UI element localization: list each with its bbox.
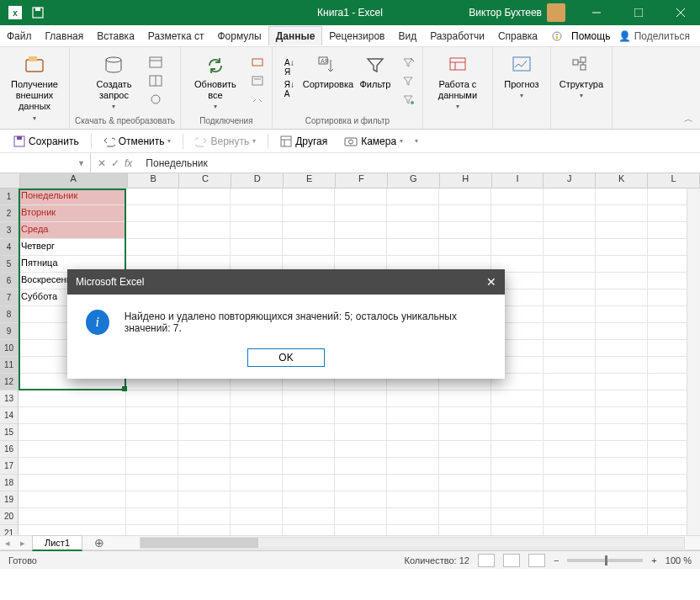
advanced-filter-button[interactable] <box>399 91 417 108</box>
cell[interactable] <box>544 475 596 491</box>
redo-button[interactable]: Вернуть ▾ <box>190 134 261 149</box>
cell[interactable] <box>283 508 335 525</box>
connections-button[interactable] <box>248 54 267 71</box>
cell[interactable] <box>491 390 544 407</box>
cell[interactable] <box>335 525 387 535</box>
cell[interactable] <box>544 256 596 273</box>
cell[interactable] <box>126 239 178 256</box>
cell[interactable] <box>126 508 178 525</box>
cell[interactable] <box>544 508 596 525</box>
cell[interactable] <box>387 475 439 491</box>
cell[interactable] <box>126 441 178 458</box>
cell[interactable] <box>596 424 648 441</box>
col-header-h[interactable]: H <box>440 173 492 188</box>
cell[interactable] <box>491 491 544 508</box>
cell[interactable] <box>231 390 283 407</box>
cell[interactable] <box>231 407 283 424</box>
sheet-nav-prev[interactable]: ◂ <box>0 538 15 549</box>
cell[interactable] <box>439 491 491 508</box>
share-button[interactable]: 👤 Поделиться <box>618 30 690 42</box>
cell[interactable] <box>387 188 439 205</box>
row-header[interactable]: 15 <box>0 424 19 441</box>
view-normal-button[interactable] <box>478 554 495 567</box>
cell[interactable] <box>491 188 544 205</box>
get-external-data-button[interactable]: Получение внешних данных ▾ <box>5 50 64 125</box>
cell[interactable] <box>126 458 178 475</box>
cell[interactable] <box>231 475 283 491</box>
cell[interactable] <box>544 491 596 508</box>
vertical-scrollbar[interactable] <box>687 188 700 535</box>
cell[interactable] <box>544 188 596 205</box>
cell[interactable] <box>178 390 231 407</box>
cell[interactable] <box>283 239 335 256</box>
sort-desc-button[interactable]: Я↓А <box>278 79 301 99</box>
row-header[interactable]: 3 <box>0 222 19 239</box>
cell[interactable] <box>126 205 178 222</box>
cell[interactable] <box>491 407 544 424</box>
cell[interactable] <box>178 407 231 424</box>
col-header-d[interactable]: D <box>231 173 284 188</box>
cell[interactable] <box>231 222 283 239</box>
zoom-slider[interactable] <box>567 559 643 562</box>
cell[interactable] <box>544 323 596 340</box>
cell[interactable] <box>439 458 491 475</box>
cell[interactable] <box>283 525 335 535</box>
edit-links-button[interactable] <box>248 91 267 108</box>
col-header-e[interactable]: E <box>284 173 336 188</box>
col-header-a[interactable]: A <box>20 173 128 188</box>
ok-button[interactable]: OK <box>247 348 325 367</box>
cell[interactable] <box>283 424 335 441</box>
cell[interactable] <box>439 205 491 222</box>
cell[interactable] <box>335 424 387 441</box>
sheet-nav-next[interactable]: ▸ <box>15 538 30 549</box>
cell[interactable] <box>596 407 648 424</box>
cell[interactable] <box>596 188 648 205</box>
sort-az-button[interactable]: АЯ Сортировка <box>305 50 352 93</box>
formula-input[interactable]: Понедельник <box>139 157 207 169</box>
data-tools-button[interactable]: Работа с данными ▾ <box>428 50 487 114</box>
cell[interactable] <box>126 407 178 424</box>
tab-layout[interactable]: Разметка ст <box>141 27 211 45</box>
cell[interactable] <box>178 222 231 239</box>
cell[interactable] <box>335 441 387 458</box>
cell[interactable]: Четверг <box>19 239 126 256</box>
cell[interactable] <box>439 239 491 256</box>
col-header-l[interactable]: L <box>648 173 700 188</box>
cell[interactable] <box>544 407 596 424</box>
cell[interactable] <box>544 273 596 289</box>
zoom-in-button[interactable]: + <box>651 555 656 565</box>
cell[interactable] <box>544 525 596 535</box>
tab-data[interactable]: Данные <box>268 26 323 45</box>
cell[interactable] <box>283 222 335 239</box>
cell[interactable] <box>335 188 387 205</box>
cell[interactable] <box>231 424 283 441</box>
cell[interactable] <box>178 508 231 525</box>
cell[interactable] <box>387 458 439 475</box>
cell[interactable] <box>596 441 648 458</box>
cell[interactable] <box>283 475 335 491</box>
col-header-b[interactable]: B <box>128 173 180 188</box>
cell[interactable] <box>335 491 387 508</box>
cell[interactable] <box>544 340 596 357</box>
cell[interactable] <box>544 306 596 323</box>
cell[interactable] <box>335 508 387 525</box>
cell[interactable] <box>544 424 596 441</box>
cell[interactable] <box>596 323 648 340</box>
cell[interactable] <box>283 441 335 458</box>
cell[interactable] <box>387 407 439 424</box>
cell[interactable] <box>19 525 126 535</box>
cell[interactable] <box>544 289 596 306</box>
from-table-button[interactable] <box>146 72 165 89</box>
tab-formulas[interactable]: Формулы <box>211 27 268 45</box>
view-page-break-button[interactable] <box>528 554 545 567</box>
cell[interactable] <box>231 525 283 535</box>
save-button[interactable]: Сохранить <box>8 134 84 149</box>
cell[interactable] <box>596 239 648 256</box>
cell[interactable] <box>126 491 178 508</box>
row-header[interactable]: 17 <box>0 458 19 475</box>
cell[interactable] <box>178 491 231 508</box>
cell[interactable] <box>596 390 648 407</box>
cell[interactable] <box>231 458 283 475</box>
view-page-layout-button[interactable] <box>503 554 520 567</box>
tab-review[interactable]: Рецензиров <box>322 27 391 45</box>
